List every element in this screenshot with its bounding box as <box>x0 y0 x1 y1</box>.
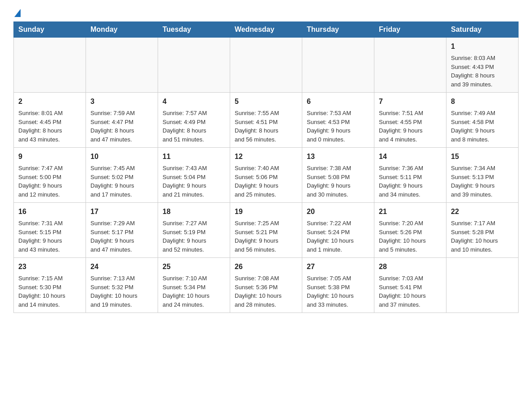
day-number: 4 <box>163 96 225 107</box>
logo-triangle-icon <box>14 9 21 17</box>
calendar-cell: 13Sunrise: 7:38 AM Sunset: 5:08 PM Dayli… <box>302 148 374 203</box>
day-number: 5 <box>235 96 297 107</box>
day-number: 16 <box>18 206 81 217</box>
day-info: Sunrise: 7:31 AM Sunset: 5:15 PM Dayligh… <box>18 219 81 254</box>
calendar-cell <box>302 38 374 93</box>
day-info: Sunrise: 7:29 AM Sunset: 5:17 PM Dayligh… <box>90 219 153 254</box>
day-number: 23 <box>18 261 81 272</box>
day-number: 13 <box>307 151 369 162</box>
calendar-cell: 8Sunrise: 7:49 AM Sunset: 4:58 PM Daylig… <box>446 93 519 148</box>
day-number: 27 <box>307 261 369 272</box>
day-info: Sunrise: 7:38 AM Sunset: 5:08 PM Dayligh… <box>307 164 369 199</box>
calendar-cell: 4Sunrise: 7:57 AM Sunset: 4:49 PM Daylig… <box>158 93 230 148</box>
day-info: Sunrise: 7:20 AM Sunset: 5:26 PM Dayligh… <box>379 219 442 254</box>
calendar-cell: 7Sunrise: 7:51 AM Sunset: 4:55 PM Daylig… <box>374 93 446 148</box>
day-info: Sunrise: 7:10 AM Sunset: 5:34 PM Dayligh… <box>163 274 225 309</box>
day-info: Sunrise: 7:34 AM Sunset: 5:13 PM Dayligh… <box>451 164 514 199</box>
day-info: Sunrise: 7:03 AM Sunset: 5:41 PM Dayligh… <box>379 274 442 309</box>
day-number: 11 <box>163 151 225 162</box>
calendar-cell: 3Sunrise: 7:59 AM Sunset: 4:47 PM Daylig… <box>86 93 158 148</box>
day-info: Sunrise: 7:45 AM Sunset: 5:02 PM Dayligh… <box>90 164 153 199</box>
day-info: Sunrise: 8:01 AM Sunset: 4:45 PM Dayligh… <box>18 109 81 144</box>
calendar-cell: 15Sunrise: 7:34 AM Sunset: 5:13 PM Dayli… <box>446 148 519 203</box>
calendar-cell <box>86 38 158 93</box>
day-number: 18 <box>163 206 225 217</box>
day-number: 10 <box>90 151 153 162</box>
day-info: Sunrise: 7:57 AM Sunset: 4:49 PM Dayligh… <box>163 109 225 144</box>
calendar-week-4: 16Sunrise: 7:31 AM Sunset: 5:15 PM Dayli… <box>14 203 519 258</box>
day-number: 9 <box>18 151 81 162</box>
calendar-cell <box>14 38 86 93</box>
calendar-week-2: 2Sunrise: 8:01 AM Sunset: 4:45 PM Daylig… <box>14 93 519 148</box>
day-info: Sunrise: 7:13 AM Sunset: 5:32 PM Dayligh… <box>90 274 153 309</box>
day-info: Sunrise: 7:43 AM Sunset: 5:04 PM Dayligh… <box>163 164 225 199</box>
weekday-header-tuesday: Tuesday <box>158 22 230 38</box>
day-info: Sunrise: 7:59 AM Sunset: 4:47 PM Dayligh… <box>90 109 153 144</box>
calendar-cell <box>230 38 302 93</box>
day-number: 22 <box>451 206 514 217</box>
day-info: Sunrise: 7:55 AM Sunset: 4:51 PM Dayligh… <box>235 109 297 144</box>
day-info: Sunrise: 7:47 AM Sunset: 5:00 PM Dayligh… <box>18 164 81 199</box>
day-number: 8 <box>451 96 514 107</box>
day-info: Sunrise: 7:17 AM Sunset: 5:28 PM Dayligh… <box>451 219 514 254</box>
calendar-cell <box>374 38 446 93</box>
calendar-cell: 25Sunrise: 7:10 AM Sunset: 5:34 PM Dayli… <box>158 258 230 313</box>
calendar-week-5: 23Sunrise: 7:15 AM Sunset: 5:30 PM Dayli… <box>14 258 519 313</box>
calendar-cell: 27Sunrise: 7:05 AM Sunset: 5:38 PM Dayli… <box>302 258 374 313</box>
page-header <box>13 9 519 17</box>
day-info: Sunrise: 7:08 AM Sunset: 5:36 PM Dayligh… <box>235 274 297 309</box>
day-number: 14 <box>379 151 442 162</box>
day-info: Sunrise: 8:03 AM Sunset: 4:43 PM Dayligh… <box>451 54 514 89</box>
calendar-cell: 23Sunrise: 7:15 AM Sunset: 5:30 PM Dayli… <box>14 258 86 313</box>
day-number: 17 <box>90 206 153 217</box>
logo <box>13 9 21 17</box>
day-number: 19 <box>235 206 297 217</box>
calendar-cell: 9Sunrise: 7:47 AM Sunset: 5:00 PM Daylig… <box>14 148 86 203</box>
day-info: Sunrise: 7:51 AM Sunset: 4:55 PM Dayligh… <box>379 109 442 144</box>
calendar-cell: 12Sunrise: 7:40 AM Sunset: 5:06 PM Dayli… <box>230 148 302 203</box>
calendar-cell: 20Sunrise: 7:22 AM Sunset: 5:24 PM Dayli… <box>302 203 374 258</box>
day-number: 3 <box>90 96 153 107</box>
day-number: 24 <box>90 261 153 272</box>
calendar-week-3: 9Sunrise: 7:47 AM Sunset: 5:00 PM Daylig… <box>14 148 519 203</box>
day-number: 12 <box>235 151 297 162</box>
calendar-cell: 22Sunrise: 7:17 AM Sunset: 5:28 PM Dayli… <box>446 203 519 258</box>
calendar-cell: 19Sunrise: 7:25 AM Sunset: 5:21 PM Dayli… <box>230 203 302 258</box>
weekday-header-friday: Friday <box>374 22 446 38</box>
calendar-week-1: 1Sunrise: 8:03 AM Sunset: 4:43 PM Daylig… <box>14 38 519 93</box>
day-number: 21 <box>379 206 442 217</box>
day-info: Sunrise: 7:27 AM Sunset: 5:19 PM Dayligh… <box>163 219 225 254</box>
weekday-header-row: SundayMondayTuesdayWednesdayThursdayFrid… <box>14 22 519 38</box>
day-number: 28 <box>379 261 442 272</box>
calendar-cell <box>158 38 230 93</box>
day-info: Sunrise: 7:36 AM Sunset: 5:11 PM Dayligh… <box>379 164 442 199</box>
calendar-cell: 18Sunrise: 7:27 AM Sunset: 5:19 PM Dayli… <box>158 203 230 258</box>
day-number: 2 <box>18 96 81 107</box>
calendar-cell: 1Sunrise: 8:03 AM Sunset: 4:43 PM Daylig… <box>446 38 519 93</box>
day-info: Sunrise: 7:05 AM Sunset: 5:38 PM Dayligh… <box>307 274 369 309</box>
calendar-cell: 16Sunrise: 7:31 AM Sunset: 5:15 PM Dayli… <box>14 203 86 258</box>
day-number: 7 <box>379 96 442 107</box>
weekday-header-sunday: Sunday <box>14 22 86 38</box>
calendar-cell: 26Sunrise: 7:08 AM Sunset: 5:36 PM Dayli… <box>230 258 302 313</box>
calendar-cell: 24Sunrise: 7:13 AM Sunset: 5:32 PM Dayli… <box>86 258 158 313</box>
day-number: 6 <box>307 96 369 107</box>
calendar-cell: 21Sunrise: 7:20 AM Sunset: 5:26 PM Dayli… <box>374 203 446 258</box>
day-info: Sunrise: 7:25 AM Sunset: 5:21 PM Dayligh… <box>235 219 297 254</box>
day-number: 26 <box>235 261 297 272</box>
calendar-cell: 5Sunrise: 7:55 AM Sunset: 4:51 PM Daylig… <box>230 93 302 148</box>
calendar-cell: 2Sunrise: 8:01 AM Sunset: 4:45 PM Daylig… <box>14 93 86 148</box>
calendar-cell: 6Sunrise: 7:53 AM Sunset: 4:53 PM Daylig… <box>302 93 374 148</box>
day-number: 25 <box>163 261 225 272</box>
calendar-cell: 11Sunrise: 7:43 AM Sunset: 5:04 PM Dayli… <box>158 148 230 203</box>
calendar-cell: 17Sunrise: 7:29 AM Sunset: 5:17 PM Dayli… <box>86 203 158 258</box>
calendar-cell: 14Sunrise: 7:36 AM Sunset: 5:11 PM Dayli… <box>374 148 446 203</box>
day-info: Sunrise: 7:15 AM Sunset: 5:30 PM Dayligh… <box>18 274 81 309</box>
day-info: Sunrise: 7:49 AM Sunset: 4:58 PM Dayligh… <box>451 109 514 144</box>
day-info: Sunrise: 7:53 AM Sunset: 4:53 PM Dayligh… <box>307 109 369 144</box>
day-number: 1 <box>451 41 514 52</box>
calendar-cell <box>446 258 519 313</box>
calendar-cell: 10Sunrise: 7:45 AM Sunset: 5:02 PM Dayli… <box>86 148 158 203</box>
day-number: 15 <box>451 151 514 162</box>
calendar-table: SundayMondayTuesdayWednesdayThursdayFrid… <box>13 21 519 313</box>
